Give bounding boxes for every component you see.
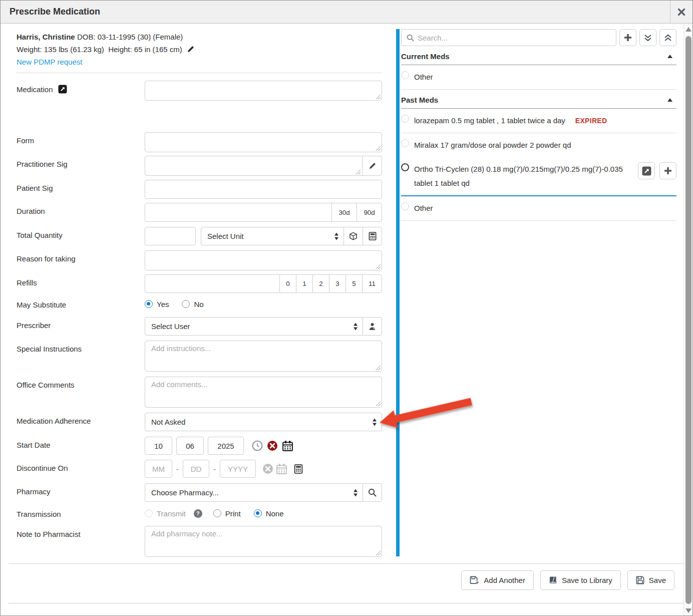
row-prescriber: Prescriber Select User — [17, 317, 382, 336]
medication-adherence-select[interactable]: Not Asked — [145, 413, 382, 431]
save-to-library-label: Save to Library — [562, 576, 612, 584]
open-med-detail-button[interactable] — [638, 162, 655, 179]
duration-90d-button[interactable]: 90d — [357, 203, 382, 222]
med-radio[interactable] — [401, 115, 409, 123]
row-refills: Refills 0 1 2 3 5 11 — [17, 274, 382, 293]
past-med-lorazepam-item[interactable]: lorazepam 0.5 mg tablet , 1 tablet twice… — [401, 109, 676, 133]
discontinue-month-input[interactable] — [145, 460, 172, 478]
package-lookup-button[interactable] — [343, 227, 363, 245]
duration-input[interactable] — [145, 203, 332, 222]
pharmacy-note-input[interactable] — [145, 526, 382, 557]
edit-vitals-pencil-icon[interactable] — [187, 46, 194, 53]
save-plus-icon — [470, 576, 479, 584]
start-date-calendar-button[interactable] — [282, 440, 293, 452]
refills-0-button[interactable]: 0 — [279, 274, 296, 293]
start-date-clear-button[interactable] — [267, 440, 278, 451]
total-quantity-label: Total Quantity — [17, 227, 145, 245]
past-med-miralax-item[interactable]: Miralax 17 gram/dose oral powder 2 powde… — [401, 133, 676, 157]
start-date-clock-button[interactable] — [252, 440, 263, 451]
refills-2-button[interactable]: 2 — [312, 274, 329, 293]
unit-select[interactable]: Select Unit — [201, 227, 344, 245]
patient-sig-input[interactable] — [145, 180, 382, 199]
calendar-icon — [276, 463, 287, 475]
save-button[interactable]: Save — [627, 570, 674, 590]
scrollbar-thumb[interactable] — [685, 36, 691, 604]
med-radio[interactable] — [401, 71, 409, 79]
refills-1-button[interactable]: 1 — [296, 274, 313, 293]
x-circle-icon — [267, 440, 278, 451]
med-radio-selected[interactable] — [401, 163, 409, 171]
prescriber-select[interactable]: Select User — [145, 317, 363, 336]
start-date-month-input[interactable] — [145, 437, 172, 455]
collapse-caret-icon[interactable] — [667, 55, 672, 58]
transmit-help-icon[interactable]: ? — [194, 509, 202, 518]
row-start-date: Start Date — [17, 437, 382, 455]
start-date-day-input[interactable] — [176, 437, 204, 455]
current-meds-header[interactable]: Current Meds — [401, 46, 676, 65]
practitioner-sig-edit-button[interactable] — [362, 156, 382, 176]
prescriber-user-button[interactable] — [363, 317, 382, 336]
scroll-down-arrow[interactable] — [685, 608, 691, 613]
transmission-print-radio[interactable] — [213, 509, 221, 517]
collapse-caret-icon[interactable] — [667, 98, 672, 102]
add-med-from-item-button[interactable] — [659, 162, 676, 179]
may-substitute-yes-radio[interactable] — [145, 300, 153, 308]
meds-search-input[interactable] — [418, 34, 611, 42]
duration-30d-button[interactable]: 30d — [331, 203, 357, 222]
start-date-year-input[interactable] — [208, 437, 244, 455]
scroll-up-arrow[interactable] — [685, 27, 691, 32]
add-med-button[interactable] — [619, 29, 636, 46]
refills-5-button[interactable]: 5 — [345, 274, 363, 293]
past-med-ortho-item[interactable]: Ortho Tri-Cyclen (28) 0.18 mg(7)/0.215mg… — [401, 157, 676, 196]
row-pharmacy: Pharmacy Choose Pharmacy... — [17, 483, 382, 502]
refills-3-button[interactable]: 3 — [329, 274, 346, 293]
office-comments-input[interactable] — [145, 377, 382, 408]
med-radio[interactable] — [401, 139, 409, 147]
transmission-transmit-radio[interactable] — [145, 509, 153, 517]
row-medication: Medication — [17, 81, 382, 101]
note-to-pharmacist-label: Note to Pharmacist — [17, 526, 145, 557]
pharmacy-select[interactable]: Choose Pharmacy... — [145, 483, 363, 502]
discontinue-clear-button[interactable] — [262, 463, 273, 474]
discontinue-day-input[interactable] — [183, 460, 209, 478]
med-radio[interactable] — [401, 202, 409, 210]
transmission-transmit-label: Transmit — [157, 509, 186, 518]
medication-external-link-icon[interactable] — [58, 85, 67, 94]
row-duration: Duration 30d 90d — [17, 203, 382, 222]
transmission-none-radio[interactable] — [254, 509, 262, 517]
row-total-quantity: Total Quantity Select Unit — [17, 227, 382, 245]
expand-all-button[interactable] — [659, 29, 676, 46]
current-med-other-item[interactable]: Other — [401, 65, 676, 90]
quantity-calculator-button[interactable] — [363, 227, 382, 245]
special-instructions-input[interactable] — [145, 341, 382, 372]
calculator-icon — [369, 232, 377, 240]
medication-input[interactable] — [145, 81, 382, 101]
vertical-scrollbar[interactable] — [683, 24, 692, 616]
past-med-other-item[interactable]: Other — [401, 196, 676, 221]
form-input[interactable] — [145, 132, 382, 152]
may-substitute-no-radio[interactable] — [182, 300, 190, 308]
new-pdmp-request-link[interactable]: New PDMP request — [17, 56, 382, 68]
refills-11-button[interactable]: 11 — [362, 274, 382, 293]
past-meds-header[interactable]: Past Meds — [401, 90, 676, 109]
discontinue-year-input[interactable] — [220, 460, 256, 478]
chevron-double-down-icon — [644, 34, 652, 42]
user-md-icon — [369, 323, 376, 331]
medication-adherence-value: Not Asked — [151, 418, 376, 426]
search-icon — [407, 34, 414, 42]
collapse-all-button[interactable] — [639, 29, 656, 46]
med-item-label: Miralax 17 gram/dose oral powder 2 powde… — [414, 138, 571, 152]
reason-input[interactable] — [145, 250, 382, 270]
discontinue-calculator-button[interactable] — [294, 464, 303, 474]
total-quantity-input[interactable] — [145, 227, 196, 245]
discontinue-calendar-button[interactable] — [276, 463, 287, 475]
row-may-substitute: May Substitute Yes No — [17, 299, 382, 309]
footer-divider-bottom — [9, 603, 684, 603]
pharmacy-search-button[interactable] — [363, 483, 382, 502]
save-to-library-button[interactable]: Save to Library — [540, 570, 621, 590]
add-another-button[interactable]: Add Another — [461, 570, 534, 590]
practitioner-sig-input[interactable] — [145, 156, 363, 176]
refills-input[interactable] — [145, 274, 280, 293]
close-button[interactable] — [670, 1, 692, 23]
meds-search-box[interactable] — [401, 29, 616, 46]
